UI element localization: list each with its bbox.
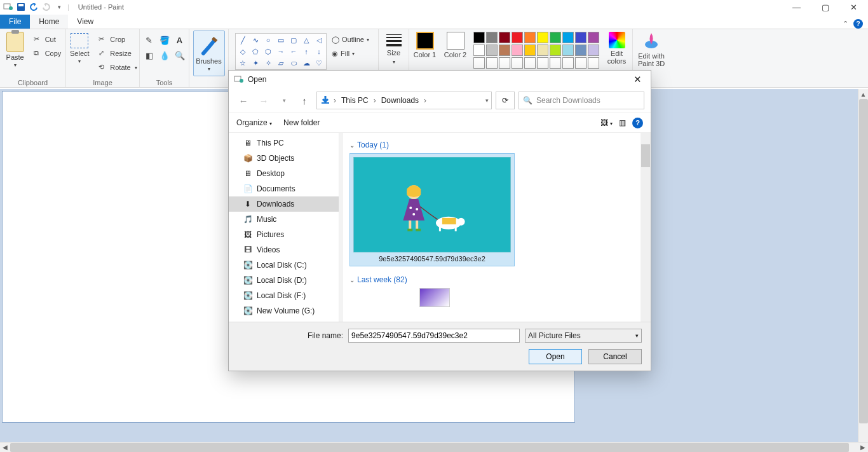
- edit-colors-button[interactable]: Edit colors: [604, 32, 630, 65]
- tree-item-3d-objects[interactable]: 📦3D Objects: [229, 151, 339, 166]
- resize-button[interactable]: ⤢Resize: [96, 47, 139, 60]
- color-swatch-empty[interactable]: [524, 57, 536, 69]
- tree-item-this-pc[interactable]: 🖥This PC: [229, 135, 339, 151]
- redo-icon[interactable]: [41, 1, 52, 13]
- tree-item-desktop[interactable]: 🖥Desktop: [229, 166, 339, 181]
- shape-fill-button[interactable]: ◉Fill▾: [329, 47, 372, 60]
- dialog-help-button[interactable]: ?: [632, 118, 643, 128]
- tree-item-local-disk-d-[interactable]: 💽Local Disk (D:): [229, 273, 339, 288]
- color-swatch[interactable]: [499, 45, 510, 56]
- color-swatch[interactable]: [562, 32, 574, 43]
- magnifier-tool[interactable]: 🔍: [173, 48, 187, 62]
- color-swatch[interactable]: [575, 45, 587, 56]
- color-swatch[interactable]: [473, 45, 485, 56]
- text-tool[interactable]: A: [173, 33, 187, 47]
- close-window-button[interactable]: ✕: [839, 0, 868, 14]
- color-swatch[interactable]: [537, 32, 548, 43]
- save-icon[interactable]: [15, 1, 27, 13]
- breadcrumb-downloads[interactable]: Downloads: [379, 96, 421, 105]
- horizontal-scrollbar[interactable]: ◀ ▶: [0, 442, 868, 452]
- tree-item-local-disk-c-[interactable]: 💽Local Disk (C:): [229, 257, 339, 273]
- cancel-button[interactable]: Cancel: [588, 349, 642, 364]
- color1-button[interactable]: Color 1: [412, 32, 438, 58]
- shapes-gallery[interactable]: ╱∿○▭▢△◁ ◇⬠⬡→←↑↓ ☆✦✧▱⬭☁♡: [235, 33, 327, 70]
- content-scrollbar[interactable]: [641, 133, 651, 322]
- vertical-scrollbar[interactable]: ▲: [858, 89, 868, 442]
- group-header-today[interactable]: ⌄Today (1): [349, 140, 644, 149]
- paste-button[interactable]: Paste ▾: [2, 31, 29, 68]
- rotate-button[interactable]: ⟲Rotate▾: [96, 61, 139, 74]
- color-swatch[interactable]: [512, 32, 523, 43]
- refresh-button[interactable]: ⟳: [496, 92, 515, 109]
- brushes-button[interactable]: Brushes ▾: [193, 31, 225, 76]
- color-swatch-empty[interactable]: [575, 57, 587, 69]
- paint3d-button[interactable]: Edit with Paint 3D: [636, 31, 667, 67]
- tree-item-music[interactable]: 🎵Music: [229, 212, 339, 227]
- color-swatch-empty[interactable]: [486, 57, 498, 69]
- size-button[interactable]: Size ▾: [383, 31, 405, 65]
- color-swatch[interactable]: [575, 32, 587, 43]
- tree-item-videos[interactable]: 🎞Videos: [229, 242, 339, 257]
- open-button[interactable]: Open: [529, 349, 582, 364]
- nav-up-button[interactable]: ↑: [296, 92, 313, 109]
- tab-view[interactable]: View: [68, 15, 102, 29]
- nav-back-button[interactable]: ←: [235, 92, 252, 109]
- color-swatch-empty[interactable]: [550, 57, 561, 69]
- color-swatch[interactable]: [588, 45, 599, 56]
- dialog-close-button[interactable]: ✕: [630, 74, 646, 85]
- breadcrumb[interactable]: › This PC › Downloads › ▾: [316, 92, 492, 109]
- color-swatch[interactable]: [473, 32, 485, 43]
- qat-dropdown-icon[interactable]: ▾: [53, 1, 65, 13]
- color-swatch-empty[interactable]: [562, 57, 574, 69]
- color-swatch[interactable]: [524, 45, 536, 56]
- tab-home[interactable]: Home: [30, 15, 68, 29]
- shape-outline-button[interactable]: ◯Outline▾: [329, 33, 372, 46]
- color-swatch[interactable]: [537, 45, 548, 56]
- preview-pane-button[interactable]: ▥: [619, 118, 626, 127]
- color-swatch[interactable]: [550, 32, 561, 43]
- color-swatch[interactable]: [486, 32, 498, 43]
- new-folder-button[interactable]: New folder: [283, 118, 320, 127]
- tab-file[interactable]: File: [0, 15, 30, 29]
- eraser-tool[interactable]: ◧: [142, 48, 156, 62]
- color-swatch-empty[interactable]: [499, 57, 510, 69]
- group-header-lastweek[interactable]: ⌄Last week (82): [349, 275, 644, 284]
- color-swatch[interactable]: [512, 45, 523, 56]
- file-filter-select[interactable]: All Picture Files▾: [525, 329, 642, 343]
- cut-button[interactable]: ✂Cut: [31, 33, 64, 46]
- undo-icon[interactable]: [28, 1, 39, 13]
- filename-input[interactable]: [348, 329, 520, 343]
- breadcrumb-dropdown-icon[interactable]: ▾: [485, 97, 489, 104]
- tree-item-local-disk-f-[interactable]: 💽Local Disk (F:): [229, 288, 339, 303]
- breadcrumb-thispc[interactable]: This PC: [339, 96, 371, 105]
- help-icon[interactable]: ?: [853, 19, 863, 29]
- ribbon-collapse-icon[interactable]: ⌃: [843, 20, 848, 28]
- color-swatch[interactable]: [524, 32, 536, 43]
- view-mode-button[interactable]: 🖼 ▾: [600, 118, 613, 127]
- color-swatch[interactable]: [588, 32, 599, 43]
- color-swatch-empty[interactable]: [588, 57, 599, 69]
- color-swatch-empty[interactable]: [473, 57, 485, 69]
- color-swatch[interactable]: [550, 45, 561, 56]
- color2-button[interactable]: Color 2: [443, 32, 468, 58]
- minimize-button[interactable]: —: [782, 0, 811, 14]
- pencil-tool[interactable]: ✎: [142, 33, 156, 47]
- file-thumbnail[interactable]: [419, 288, 450, 307]
- fill-tool[interactable]: 🪣: [158, 33, 172, 47]
- tree-item-downloads[interactable]: ⬇Downloads: [229, 196, 339, 212]
- copy-button[interactable]: ⧉Copy: [31, 47, 64, 60]
- maximize-button[interactable]: ▢: [811, 0, 839, 14]
- color-swatch[interactable]: [499, 32, 510, 43]
- organize-button[interactable]: Organize ▾: [236, 118, 272, 127]
- file-thumbnail-selected[interactable]: 9e5e3257490547.59d79d39ec3e2: [349, 153, 515, 266]
- color-swatch-empty[interactable]: [537, 57, 548, 69]
- color-swatch-empty[interactable]: [512, 57, 523, 69]
- nav-recent-dropdown[interactable]: ▾: [276, 92, 292, 109]
- color-swatch[interactable]: [562, 45, 574, 56]
- select-button[interactable]: Select ▾: [65, 31, 93, 64]
- color-picker-tool[interactable]: 💧: [158, 48, 172, 62]
- color-swatch[interactable]: [486, 45, 498, 56]
- crop-button[interactable]: ✂Crop: [96, 33, 139, 46]
- tree-item-new-volume-g-[interactable]: 💽New Volume (G:): [229, 303, 339, 318]
- search-box[interactable]: 🔍 Search Downloads: [519, 92, 644, 109]
